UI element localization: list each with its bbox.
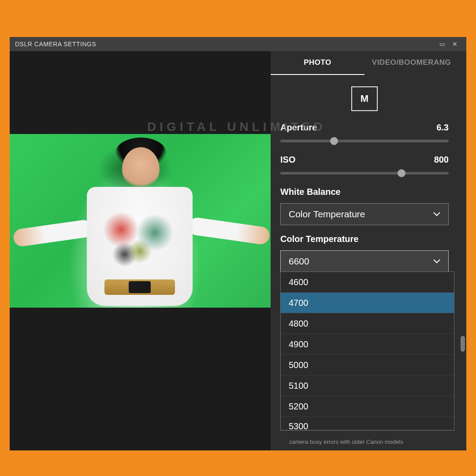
tab-photo[interactable]: PHOTO xyxy=(271,51,364,75)
iso-label: ISO xyxy=(280,155,295,165)
iso-value: 800 xyxy=(434,155,449,165)
titlebar[interactable]: DSLR CAMERA SETTINGS ▭ ✕ xyxy=(10,37,466,51)
tab-video-label: VIDEO/BOOMERANG xyxy=(372,58,451,67)
list-item[interactable]: 4800 xyxy=(281,313,454,334)
tab-video[interactable]: VIDEO/BOOMERANG xyxy=(364,51,458,75)
mode-value: M xyxy=(361,93,368,104)
aperture-slider-thumb[interactable] xyxy=(330,137,338,145)
panel-scrollbar[interactable] xyxy=(461,76,465,446)
preview-pane xyxy=(10,51,271,450)
white-balance-selected: Color Temperature xyxy=(289,209,365,219)
settings-window: DSLR CAMERA SETTINGS ▭ ✕ DIGITAL UNLIMIT… xyxy=(10,37,466,450)
iso-setting: ISO 800 xyxy=(271,155,458,175)
aperture-label: Aperture xyxy=(280,123,317,133)
aperture-slider[interactable] xyxy=(280,140,449,142)
list-item[interactable]: 5000 xyxy=(281,355,454,376)
aperture-setting: Aperture 6.3 xyxy=(271,123,458,142)
list-item[interactable]: 4700 xyxy=(281,293,454,313)
color-temp-label: Color Temperature xyxy=(271,234,458,244)
mode-selector[interactable]: M xyxy=(351,86,378,111)
list-item[interactable]: 4900 xyxy=(281,334,454,355)
tab-bar: PHOTO VIDEO/BOOMERANG xyxy=(271,51,458,75)
color-temp-selected: 6600 xyxy=(289,256,309,267)
chevron-down-icon xyxy=(433,212,440,216)
white-balance-label: White Balance xyxy=(271,187,458,197)
list-item[interactable]: 5200 xyxy=(281,396,454,417)
close-icon[interactable]: ✕ xyxy=(449,41,461,48)
maximize-icon[interactable]: ▭ xyxy=(436,41,449,48)
list-item[interactable]: 4600 xyxy=(281,272,454,293)
mode-row: M xyxy=(271,75,458,123)
chevron-down-icon xyxy=(433,259,440,264)
window-title: DSLR CAMERA SETTINGS xyxy=(15,41,96,48)
aperture-value: 6.3 xyxy=(436,123,449,133)
settings-panel: PHOTO VIDEO/BOOMERANG M Aperture 6.3 xyxy=(271,51,466,450)
iso-slider-thumb[interactable] xyxy=(398,169,405,177)
iso-slider[interactable] xyxy=(280,172,449,175)
color-temp-select[interactable]: 6600 xyxy=(280,250,449,272)
scroll-thumb[interactable] xyxy=(461,336,465,352)
list-item[interactable]: 5100 xyxy=(281,376,454,396)
content-area: DIGITAL UNLIMITED PHOTO VIDEO/BOOMERANG … xyxy=(10,51,466,450)
camera-preview-image xyxy=(10,134,271,308)
color-temp-dropdown[interactable]: 4600 4700 4800 4900 5000 5100 5200 5300 xyxy=(280,271,454,431)
footnote-text: camera busy errors with older Canon mode… xyxy=(289,439,403,445)
white-balance-select[interactable]: Color Temperature xyxy=(280,203,449,225)
tab-photo-label: PHOTO xyxy=(304,58,331,67)
list-item[interactable]: 5300 xyxy=(281,417,454,430)
